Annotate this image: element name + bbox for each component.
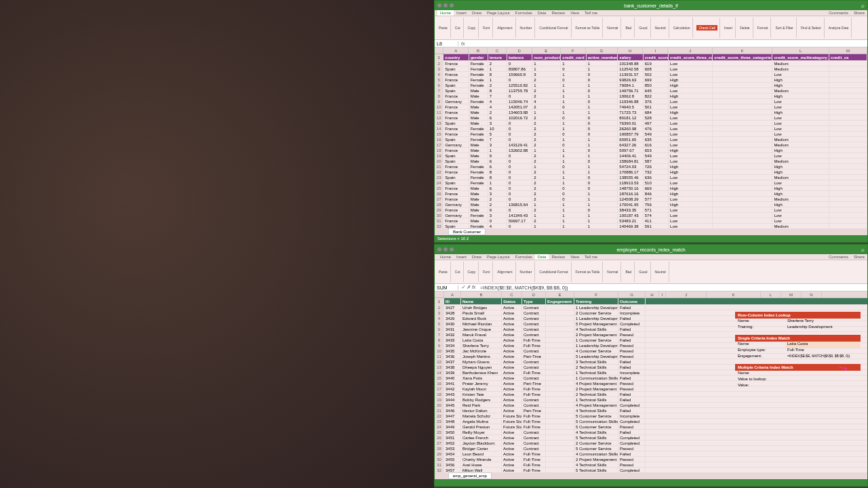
- sheet-tab-1[interactable]: Bank Customer: [448, 228, 486, 235]
- ribbon-tab-insert[interactable]: Insert: [454, 254, 469, 260]
- search-icon[interactable]: ⌕: [861, 247, 865, 253]
- ribbon-cut[interactable]: Cut: [454, 25, 461, 30]
- table-header[interactable]: tenure: [488, 54, 507, 60]
- col-header[interactable]: F: [574, 291, 618, 298]
- table-header[interactable]: credit_score_three_categories_if: [669, 54, 713, 60]
- table-row[interactable]: 21FranceFemale6010154724.03726HighHigh: [435, 164, 867, 169]
- table-header[interactable]: Outcome: [618, 298, 646, 304]
- col-header[interactable]: M: [781, 291, 802, 298]
- sheet-body-2[interactable]: 1IDNameStatusTypeEngagementTrainingOutco…: [435, 298, 867, 473]
- table-row[interactable]: 12FranceMale6102016.7220080181.12528LowL…: [435, 115, 867, 121]
- ribbon-tab-page-layout[interactable]: Page Layout: [484, 10, 513, 16]
- ribbon-tab-view[interactable]: View: [568, 254, 582, 260]
- table-row[interactable]: 15FranceFemale50200190857.79549LowLow: [435, 131, 867, 137]
- table-header[interactable]: Engagement: [546, 298, 574, 304]
- ribbon-analyze-data[interactable]: Analyze Data: [828, 25, 850, 30]
- col-header[interactable]: D: [507, 47, 532, 54]
- table-row[interactable]: 193444Bobby RodgersActiveContract1 Techn…: [435, 397, 867, 403]
- col-header[interactable]: B: [461, 291, 502, 298]
- table-header[interactable]: credit_card: [561, 54, 586, 60]
- minimize-icon[interactable]: [443, 247, 448, 251]
- table-row[interactable]: 10FranceMale4142051.0720174940.5501LowLo…: [435, 104, 867, 110]
- minimize-icon[interactable]: [443, 3, 448, 7]
- table-header[interactable]: ID: [444, 298, 461, 304]
- table-row[interactable]: 243449Gerald PrestonFuture StartFull-Tim…: [435, 424, 867, 430]
- ribbon-tab-formulas[interactable]: Formulas: [513, 254, 535, 260]
- ribbon-tab-tell-me[interactable]: Tell me: [582, 254, 600, 260]
- ribbon-tab-review[interactable]: Review: [549, 10, 568, 16]
- table-header[interactable]: Training: [574, 298, 618, 304]
- ribbon-tab-draw[interactable]: Draw: [469, 10, 484, 16]
- table-row[interactable]: 30GermanyFemale3141349.43111100187.43574…: [435, 213, 867, 218]
- sheet-body-1[interactable]: 1countrygendertenurebalancenum_productsc…: [435, 54, 867, 229]
- col-header[interactable]: F: [561, 47, 586, 54]
- table-row[interactable]: 13SpainMale3021076390.01497LowLow: [435, 121, 867, 126]
- search-icon[interactable]: ⌕: [861, 3, 865, 9]
- table-row[interactable]: 273452Jaydon BlackburnActiveContract2 Cu…: [435, 441, 867, 446]
- ribbon-insert[interactable]: Insert: [724, 25, 734, 30]
- table-row[interactable]: 253450Reilly MoyerActiveContract4 Techni…: [435, 430, 867, 435]
- col-header[interactable]: C: [502, 291, 522, 298]
- lookup-emp-val[interactable]: Full-Time: [786, 348, 861, 354]
- col-header[interactable]: I: [659, 291, 666, 298]
- table-row[interactable]: 9GermanyFemale4115046.74410119346.88376L…: [435, 99, 867, 104]
- ribbon-good[interactable]: Good: [638, 25, 648, 30]
- table-row[interactable]: 17GermanyMale3143129.4120164327.26616Low…: [435, 142, 867, 148]
- col-header[interactable]: D: [522, 291, 546, 298]
- table-row[interactable]: 27FranceMale20201124508.29577LowMedium: [435, 197, 867, 202]
- col-header[interactable]: J: [666, 291, 707, 298]
- ribbon-check-cell[interactable]: Check Cell: [696, 25, 717, 30]
- fx-icon[interactable]: ✓ ✗ fx: [458, 285, 478, 290]
- table-header[interactable]: gender: [469, 54, 488, 60]
- ribbon-delete[interactable]: Delete: [739, 25, 750, 30]
- table-row[interactable]: 23427Uriah BridgesActiveContract1 Leader…: [435, 305, 867, 310]
- formula-input-2[interactable]: =INDEX($E:$E, MATCH($K$9, $B:$B, 0)): [478, 285, 568, 290]
- ribbon-neutral[interactable]: Neutral: [654, 25, 667, 30]
- col-header[interactable]: E: [546, 291, 574, 298]
- table-row[interactable]: 22FranceFemale80211170886.17732HighHigh: [435, 169, 867, 175]
- sheet-tab-2[interactable]: emp_general_emp: [448, 472, 492, 479]
- ribbon-conditional-format[interactable]: Conditional Format: [538, 25, 568, 30]
- maximize-icon[interactable]: [450, 3, 454, 7]
- fx-icon[interactable]: fx: [458, 41, 467, 46]
- cell-reference-1[interactable]: L8: [435, 41, 458, 46]
- table-row[interactable]: 313456Axel HoweActiveFull-Time4 Technica…: [435, 462, 867, 468]
- col-header[interactable]: H: [646, 291, 659, 298]
- lookup-name-val[interactable]: Sharlene Terry: [786, 319, 861, 325]
- ribbon-tab-review[interactable]: Review: [549, 254, 568, 260]
- ribbon-cut[interactable]: Cut: [454, 269, 461, 274]
- col-header[interactable]: [435, 47, 443, 54]
- lookup-name-val-2[interactable]: Latia Costa: [786, 342, 861, 348]
- table-header[interactable]: credit_score: [644, 54, 669, 60]
- ribbon-tab-home[interactable]: Home: [437, 10, 454, 16]
- ribbon-format-as-table[interactable]: Format as Table: [575, 269, 601, 274]
- table-row[interactable]: 293454Leon BeardActiveFull-Time4 Communi…: [435, 451, 867, 457]
- col-header[interactable]: C: [488, 47, 507, 54]
- col-header[interactable]: A: [444, 291, 461, 298]
- table-row[interactable]: 303455Charity MirandaActiveFull-Time2 Pr…: [435, 457, 867, 462]
- table-row[interactable]: 203445Reid ParkActiveContract4 Project M…: [435, 403, 867, 408]
- table-row[interactable]: 2FranceFemale20111101348.88619LowMedium: [435, 61, 867, 66]
- table-row[interactable]: 233448Angela MolinaFuture StartFull-Time…: [435, 419, 867, 424]
- table-row[interactable]: 223447Mariela SchultzFuture StartFull-Ti…: [435, 413, 867, 419]
- table-row[interactable]: 29FranceMale9021038433.35571LowLow: [435, 207, 867, 213]
- table-header[interactable]: country: [443, 54, 469, 60]
- col-header[interactable]: [435, 291, 444, 298]
- col-header[interactable]: B: [469, 47, 488, 54]
- lookup-training-val[interactable]: Leadership Development: [786, 325, 861, 331]
- ribbon-alignment[interactable]: Alignment: [496, 269, 513, 274]
- ribbon-number[interactable]: Number: [519, 25, 533, 30]
- table-row[interactable]: 19SpainMale9021114406.41549LowLow: [435, 153, 867, 159]
- ribbon-tab-tell-me[interactable]: Tell me: [582, 10, 600, 16]
- table-header[interactable]: credit_score_multicategory_nested_if: [772, 54, 829, 60]
- ribbon-format-as-table[interactable]: Format as Table: [575, 25, 601, 30]
- table-header[interactable]: credit_score_three_categories_nested_if: [713, 54, 772, 60]
- ribbon-tab-formulas[interactable]: Formulas: [513, 10, 535, 16]
- table-row[interactable]: 7SpainMale8113755.78210149756.71645LowMe…: [435, 88, 867, 94]
- col-header[interactable]: G: [618, 291, 646, 298]
- table-row[interactable]: 4FranceFemale8159660.8310113931.57502Low…: [435, 72, 867, 77]
- col-header[interactable]: G: [586, 47, 618, 54]
- ribbon-font[interactable]: Font: [482, 25, 490, 30]
- table-row[interactable]: 28GermanyMale2136815.64111170041.95756Hi…: [435, 202, 867, 207]
- table-row[interactable]: 8FranceMale7021110062.8822HighHigh: [435, 94, 867, 99]
